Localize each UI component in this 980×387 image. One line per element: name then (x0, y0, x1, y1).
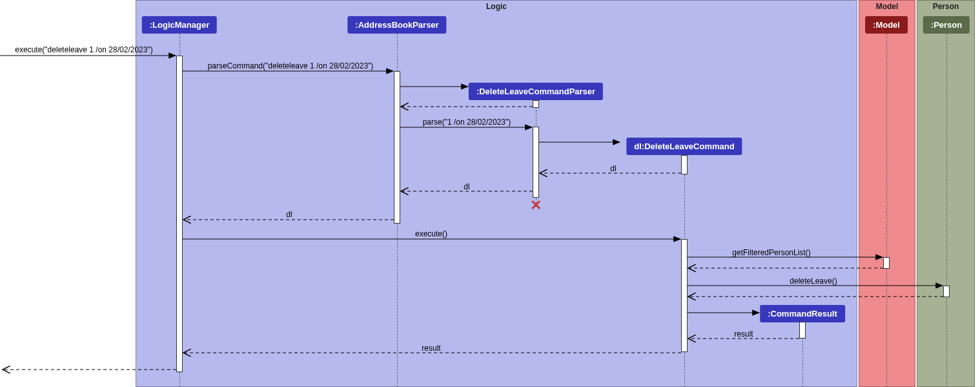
msg-parse: parse("1 /on 28/02/2023") (423, 118, 511, 127)
msg-dl2: dl (464, 182, 469, 191)
msg-result2: result (422, 344, 440, 353)
region-model-label: Model (876, 2, 899, 11)
msg-deleteleave: deleteLeave() (790, 277, 837, 286)
msg-dl1: dl (610, 164, 616, 173)
activation-model (883, 257, 890, 269)
region-logic-label: Logic (486, 2, 507, 11)
destroy-dlcp: ✕ (530, 197, 542, 214)
region-model: Model (859, 0, 915, 387)
msg-parsecommand: parseCommand("deleteleave 1 /on 28/02/20… (208, 61, 374, 70)
participant-logicmanager: :LogicManager (142, 16, 217, 34)
participant-dlcp: :DeleteLeaveCommandParser (469, 83, 603, 100)
participant-person: :Person (923, 16, 970, 34)
activation-dlc-found (681, 155, 688, 174)
msg-result1: result (734, 329, 753, 339)
lifeline-model (886, 34, 887, 387)
region-person-label: Person (933, 2, 959, 11)
participant-addressbookparser: :AddressBookParser (347, 16, 446, 34)
participant-commandresult: :CommandResult (760, 305, 845, 322)
activation-person (943, 286, 950, 297)
lifeline-person (946, 34, 947, 387)
activation-logicmanager (176, 56, 183, 372)
participant-model: :Model (865, 16, 908, 34)
msg-execute: execute() (415, 229, 447, 238)
participant-dlc: dl:DeleteLeaveCommand (626, 138, 742, 155)
activation-dlcp-found (533, 100, 539, 108)
activation-commandresult (799, 322, 806, 339)
activation-dlcp-main (533, 127, 539, 198)
region-person: Person (917, 0, 975, 387)
activation-dlc-exec (681, 239, 688, 352)
msg-dl3: dl (286, 210, 292, 219)
msg-execute-in: execute("deleteleave 1 /on 28/02/2023") (15, 45, 152, 54)
msg-getfiltered: getFilteredPersonList() (732, 248, 810, 257)
activation-abp (394, 71, 400, 224)
